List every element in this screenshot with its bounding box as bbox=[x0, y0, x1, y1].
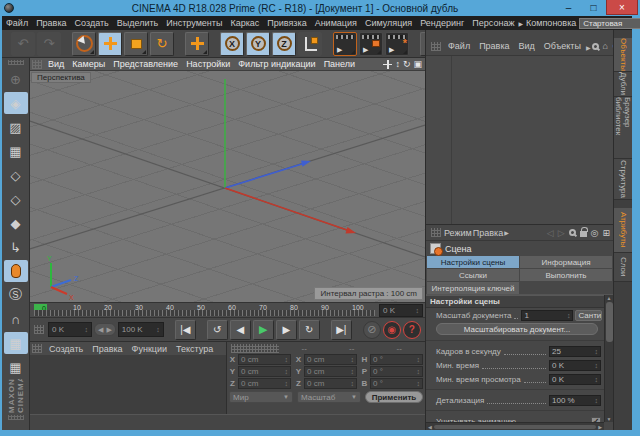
history-forward-icon[interactable]: ▷ bbox=[558, 228, 565, 238]
menu-animate[interactable]: Анимация bbox=[311, 18, 361, 28]
tab-attributes[interactable]: Атрибуты bbox=[614, 208, 632, 253]
pos-x-field[interactable]: 0 cm↕ bbox=[238, 354, 291, 365]
menu-select[interactable]: Выделить bbox=[113, 18, 163, 28]
menu-mesh[interactable]: Каркас bbox=[226, 18, 263, 28]
range-start-spinner[interactable]: 0 K↕ bbox=[48, 322, 92, 337]
size-x-field[interactable]: 0 cm↕ bbox=[304, 354, 357, 365]
z-axis-lock-button[interactable]: Z bbox=[272, 32, 296, 56]
section-header[interactable]: Настройки сцены bbox=[426, 295, 604, 308]
am-menu-mode[interactable]: Режим bbox=[444, 228, 472, 238]
record-keyframe-button[interactable]: ◉ bbox=[383, 321, 401, 339]
menu-overflow-icon[interactable]: ▶ bbox=[504, 229, 509, 236]
coordinate-system-button[interactable] bbox=[298, 32, 322, 56]
mat-menu-function[interactable]: Функции bbox=[128, 344, 171, 354]
lock-icon[interactable] bbox=[580, 231, 587, 237]
tab-scene-settings[interactable]: Настройки сцены bbox=[427, 256, 519, 268]
prev-icon[interactable]: ◀ bbox=[98, 326, 103, 334]
vp-menu-cameras[interactable]: Камеры bbox=[68, 59, 109, 69]
max-frame-spinner[interactable]: 0 K ↕ bbox=[379, 304, 423, 317]
layout-select[interactable]: Стартовая ▼ bbox=[579, 18, 640, 29]
previous-frame-button[interactable]: ◀ bbox=[230, 320, 251, 340]
search-icon[interactable] bbox=[592, 43, 599, 50]
panel-grip[interactable] bbox=[32, 60, 42, 69]
apply-button[interactable]: Применить bbox=[365, 391, 423, 403]
redo-icon[interactable]: ↷ bbox=[37, 32, 61, 56]
menu-render[interactable]: Рендеринг bbox=[416, 18, 468, 28]
mat-menu-create[interactable]: Создать bbox=[45, 344, 87, 354]
render-view-button[interactable]: ▶ bbox=[333, 32, 357, 56]
last-tool-button[interactable] bbox=[185, 32, 209, 56]
zoom-view-icon[interactable]: ↕ bbox=[395, 59, 400, 69]
tab-execute[interactable]: Выполнить bbox=[520, 269, 612, 281]
tab-structure[interactable]: Структура bbox=[614, 159, 632, 200]
tab-takes[interactable]: Дубли bbox=[614, 72, 632, 97]
axis-mode-icon[interactable]: ↳ bbox=[4, 236, 28, 258]
tab-info[interactable]: Информация bbox=[520, 256, 612, 268]
tab-content-browser[interactable]: Браузер библиотек bbox=[614, 97, 632, 159]
doc-scale-unit-select[interactable]: Санти bbox=[575, 310, 602, 321]
live-selection-button[interactable] bbox=[72, 32, 96, 56]
range-nudge-buttons[interactable]: ◀▶ bbox=[94, 323, 116, 336]
menu-file[interactable]: Файл bbox=[2, 18, 32, 28]
soft-selection-icon[interactable]: Ⓢ bbox=[4, 284, 28, 306]
menu-overflow-icon[interactable]: ▶ bbox=[586, 44, 591, 51]
render-picture-viewer-button[interactable]: ▶ bbox=[359, 32, 383, 56]
scale-document-button[interactable]: Масштабировать документ... bbox=[436, 323, 598, 335]
tab-links[interactable]: Ссылки bbox=[427, 269, 519, 281]
vp-menu-panels[interactable]: Панели bbox=[320, 59, 359, 69]
doc-scale-input[interactable]: 1↕ bbox=[521, 310, 573, 321]
scroll-right-icon[interactable]: ▶ bbox=[598, 424, 602, 430]
menu-overflow-icon[interactable]: ▶ bbox=[518, 20, 523, 27]
material-list[interactable] bbox=[30, 355, 226, 414]
vp-menu-filter[interactable]: Фильтр индикации bbox=[234, 59, 319, 69]
toggle-view-icon[interactable]: ▣ bbox=[413, 59, 422, 69]
range-end-spinner[interactable]: 100 K↕ bbox=[118, 322, 164, 337]
fps-input[interactable]: 25↕ bbox=[549, 346, 601, 357]
texture-mode-icon[interactable]: ▨ bbox=[4, 116, 28, 138]
search-icon[interactable] bbox=[569, 229, 576, 236]
menu-simulate[interactable]: Симуляция bbox=[361, 18, 416, 28]
render-settings-button[interactable]: *▶ bbox=[385, 32, 409, 56]
snap-settings-icon[interactable]: ▦ bbox=[4, 356, 28, 378]
loop-button[interactable]: ↻ bbox=[299, 320, 320, 340]
move-tool-button[interactable] bbox=[98, 32, 122, 56]
viewport-3d[interactable]: Y Z X Перспектива Интервал растра : 100 … bbox=[30, 71, 425, 302]
edges-mode-icon[interactable]: ◇ bbox=[4, 188, 28, 210]
min-time-input[interactable]: 0 K↕ bbox=[549, 360, 601, 371]
record-disabled-icon[interactable]: ⊘ bbox=[363, 321, 381, 339]
tab-objects[interactable]: Объекты bbox=[614, 38, 632, 72]
polygons-mode-icon[interactable]: ◆ bbox=[4, 212, 28, 234]
tab-key-interpolation[interactable]: Интерполяция ключей bbox=[427, 282, 519, 294]
next-icon[interactable]: ▶ bbox=[106, 326, 111, 334]
pos-z-field[interactable]: 0 cm↕ bbox=[238, 378, 291, 389]
snap-magnet-icon[interactable]: ∩ bbox=[4, 308, 28, 330]
horizontal-scrollbar[interactable]: ◀ ▶ bbox=[426, 422, 604, 430]
om-menu-edit[interactable]: Правка bbox=[475, 41, 513, 51]
x-axis-lock-button[interactable]: X bbox=[220, 32, 244, 56]
panel-grip[interactable] bbox=[34, 325, 44, 334]
mat-menu-texture[interactable]: Текстура bbox=[172, 344, 217, 354]
viewport-solo-icon[interactable] bbox=[4, 260, 28, 282]
model-mode-icon[interactable]: ◈ bbox=[4, 92, 28, 114]
mat-menu-edit[interactable]: Правка bbox=[88, 344, 126, 354]
points-mode-icon[interactable]: ◇ bbox=[4, 164, 28, 186]
pan-view-icon[interactable] bbox=[383, 60, 392, 69]
minimize-button[interactable]: – bbox=[556, 0, 581, 15]
goto-start-button[interactable]: |◀ bbox=[175, 320, 196, 340]
vp-menu-display[interactable]: Представление bbox=[109, 59, 182, 69]
scroll-thumb[interactable] bbox=[434, 425, 596, 429]
detail-input[interactable]: 100 %↕ bbox=[549, 395, 601, 406]
panel-grip[interactable] bbox=[8, 415, 24, 420]
home-icon[interactable]: ⌂ bbox=[603, 41, 608, 51]
panel-grip[interactable] bbox=[431, 228, 441, 237]
mesh-mode-icon[interactable]: ▦ bbox=[4, 140, 28, 162]
vp-menu-view[interactable]: Вид bbox=[44, 59, 68, 69]
menu-character[interactable]: Персонаж bbox=[468, 18, 518, 28]
am-menu-edit[interactable]: Правка bbox=[473, 228, 503, 238]
space-select[interactable]: Мир▼ bbox=[229, 391, 293, 403]
rotate-view-icon[interactable]: ↻ bbox=[403, 59, 411, 69]
snap-lock-icon[interactable]: ▦ bbox=[4, 332, 28, 354]
scale-tool-button[interactable] bbox=[124, 32, 148, 56]
panel-grip[interactable] bbox=[8, 60, 24, 65]
preview-min-time-input[interactable]: 0 K↕ bbox=[549, 374, 601, 385]
